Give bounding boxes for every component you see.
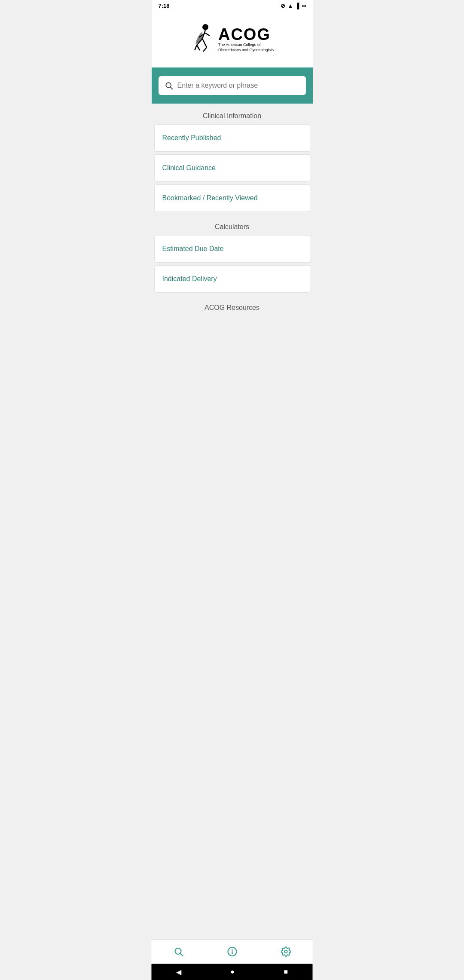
svg-point-16 <box>284 950 287 953</box>
logo-container: ACOG The American College of Obstetricia… <box>190 24 274 55</box>
section-header-acog-resources: ACOG Resources <box>152 295 313 316</box>
recently-published-item[interactable]: Recently Published <box>154 124 310 152</box>
clinical-guidance-item[interactable]: Clinical Guidance <box>154 154 310 182</box>
section-header-clinical: Clinical Information <box>152 104 313 124</box>
status-icons: ⊘ ▲ ▐ ▭ <box>281 3 305 9</box>
status-bar: 7:18 ⊘ ▲ ▐ ▭ <box>152 0 313 12</box>
svg-line-8 <box>203 47 207 52</box>
battery-icon: ▭ <box>302 3 306 9</box>
android-nav-bar: ◀ ● ■ <box>152 964 313 980</box>
section-clinical-information: Clinical Information Recently Published … <box>152 104 313 212</box>
search-area <box>152 67 313 104</box>
bookmarked-recently-viewed-item[interactable]: Bookmarked / Recently Viewed <box>154 184 310 212</box>
search-box[interactable] <box>159 76 306 95</box>
wifi-icon: ▲ <box>287 3 293 9</box>
logo-text-block: ACOG The American College of Obstetricia… <box>218 26 274 52</box>
info-tab[interactable] <box>218 944 246 959</box>
bottom-nav <box>152 939 313 964</box>
svg-line-12 <box>180 954 183 956</box>
section-acog-resources: ACOG Resources <box>152 295 313 316</box>
svg-line-10 <box>170 87 172 89</box>
android-back-button[interactable]: ◀ <box>176 968 181 976</box>
section-header-calculators: Calculators <box>152 214 313 235</box>
indicated-delivery-item[interactable]: Indicated Delivery <box>154 265 310 293</box>
status-time: 7:18 <box>159 3 170 9</box>
svg-point-0 <box>202 24 208 30</box>
svg-line-7 <box>197 45 200 50</box>
clinical-guidance-label: Clinical Guidance <box>162 164 216 172</box>
recently-published-label: Recently Published <box>162 134 221 141</box>
svg-line-5 <box>205 33 210 36</box>
svg-line-3 <box>202 39 207 47</box>
section-calculators: Calculators Estimated Due Date Indicated… <box>152 214 313 293</box>
estimated-due-date-label: Estimated Due Date <box>162 245 224 252</box>
android-home-button[interactable]: ● <box>230 968 235 976</box>
logo-line1: The American College of <box>218 43 261 48</box>
estimated-due-date-item[interactable]: Estimated Due Date <box>154 235 310 263</box>
indicated-delivery-label: Indicated Delivery <box>162 275 217 282</box>
android-recent-button[interactable]: ■ <box>284 968 288 976</box>
search-input[interactable] <box>177 82 300 89</box>
content-area: Clinical Information Recently Published … <box>152 104 313 980</box>
logo-area: ACOG The American College of Obstetricia… <box>152 12 313 67</box>
logo-acronym: ACOG <box>218 26 271 43</box>
bookmarked-recently-viewed-label: Bookmarked / Recently Viewed <box>162 194 258 202</box>
settings-tab[interactable] <box>272 944 299 959</box>
svg-line-6 <box>195 45 197 50</box>
logo-line2: Obstetricians and Gynecologists <box>218 48 274 53</box>
signal-icon: ▐ <box>295 3 299 9</box>
search-icon <box>165 81 173 90</box>
no-location-icon: ⊘ <box>281 3 285 9</box>
search-tab[interactable] <box>165 944 192 959</box>
acog-logo-figure <box>190 24 214 55</box>
